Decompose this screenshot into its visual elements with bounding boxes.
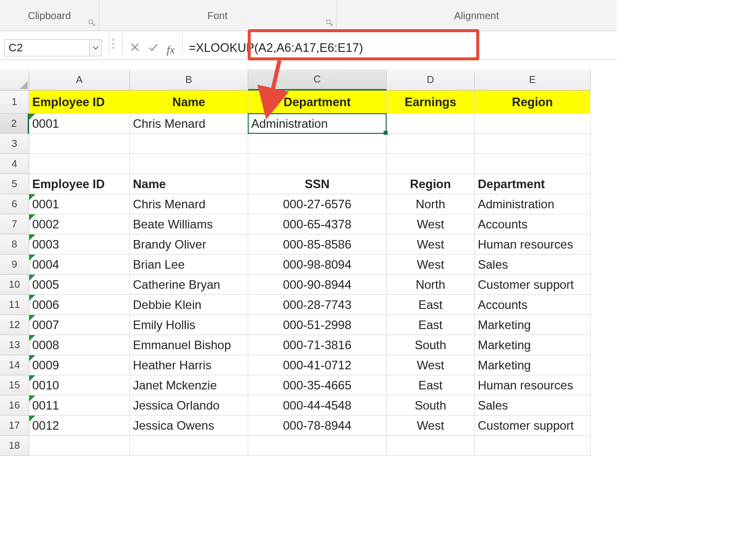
row-header-14[interactable]: 14 [0, 355, 29, 375]
cell-E6[interactable]: Administration [475, 194, 591, 214]
name-box-dropdown[interactable] [90, 39, 102, 56]
row-header-13[interactable]: 13 [0, 335, 29, 355]
cell-D1[interactable]: Earnings [387, 91, 475, 114]
cell-D16[interactable]: South [387, 395, 475, 416]
column-header-D[interactable]: D [387, 69, 475, 91]
cell-B3[interactable] [130, 134, 248, 154]
cell-B5[interactable]: Name [130, 174, 248, 194]
cell-A12[interactable]: 0007 [29, 315, 130, 335]
cell-C17[interactable]: 000-78-8944 [248, 416, 387, 436]
cell-A4[interactable] [29, 154, 130, 174]
cell-C2[interactable]: Administration [248, 114, 387, 134]
cell-D14[interactable]: West [387, 355, 475, 375]
cell-B11[interactable]: Debbie Klein [130, 295, 248, 315]
cell-D18[interactable] [387, 436, 475, 456]
cell-D11[interactable]: East [387, 295, 475, 315]
cell-B15[interactable]: Janet Mckenzie [130, 375, 248, 395]
insert-function-button[interactable]: fx [162, 43, 179, 56]
cell-B9[interactable]: Brian Lee [130, 255, 248, 275]
column-header-A[interactable]: A [29, 69, 130, 91]
cell-E18[interactable] [475, 436, 591, 456]
row-header-7[interactable]: 7 [0, 214, 29, 234]
row-header-12[interactable]: 12 [0, 315, 29, 335]
cell-A14[interactable]: 0009 [29, 355, 130, 375]
cell-E13[interactable]: Marketing [475, 335, 591, 355]
spreadsheet-grid[interactable]: ABCDE 123456789101112131415161718 Employ… [0, 69, 617, 492]
cell-E10[interactable]: Customer support [475, 275, 591, 295]
cell-C5[interactable]: SSN [248, 174, 387, 194]
cancel-formula-button[interactable] [126, 38, 144, 56]
cell-E5[interactable]: Department [475, 174, 591, 194]
cell-C11[interactable]: 000-28-7743 [248, 295, 387, 315]
cell-C7[interactable]: 000-65-4378 [248, 214, 387, 234]
cell-E1[interactable]: Region [475, 91, 591, 114]
cell-D15[interactable]: East [387, 375, 475, 395]
row-header-5[interactable]: 5 [0, 174, 29, 194]
cell-E11[interactable]: Accounts [475, 295, 591, 315]
cell-C6[interactable]: 000-27-6576 [248, 194, 387, 214]
cell-D12[interactable]: East [387, 315, 475, 335]
cell-B2[interactable]: Chris Menard [130, 114, 248, 134]
cell-E8[interactable]: Human resources [475, 234, 591, 255]
row-header-3[interactable]: 3 [0, 134, 29, 154]
cell-E12[interactable]: Marketing [475, 315, 591, 335]
cell-E3[interactable] [475, 134, 591, 154]
enter-formula-button[interactable] [144, 38, 162, 56]
cell-B12[interactable]: Emily Hollis [130, 315, 248, 335]
cell-A8[interactable]: 0003 [29, 234, 130, 255]
cell-A7[interactable]: 0002 [29, 214, 130, 234]
row-header-9[interactable]: 9 [0, 255, 29, 275]
cell-B10[interactable]: Catherine Bryan [130, 275, 248, 295]
cell-E7[interactable]: Accounts [475, 214, 591, 234]
row-header-11[interactable]: 11 [0, 295, 29, 315]
name-box[interactable]: C2 [4, 39, 90, 56]
cell-E17[interactable]: Customer support [475, 416, 591, 436]
cell-C13[interactable]: 000-71-3816 [248, 335, 387, 355]
row-header-17[interactable]: 17 [0, 416, 29, 436]
cell-A13[interactable]: 0008 [29, 335, 130, 355]
cell-D7[interactable]: West [387, 214, 475, 234]
row-header-10[interactable]: 10 [0, 275, 29, 295]
cell-D17[interactable]: West [387, 416, 475, 436]
cell-D5[interactable]: Region [387, 174, 475, 194]
row-header-18[interactable]: 18 [0, 436, 29, 456]
cell-C4[interactable] [248, 154, 387, 174]
cell-A17[interactable]: 0012 [29, 416, 130, 436]
row-header-8[interactable]: 8 [0, 234, 29, 255]
row-header-15[interactable]: 15 [0, 375, 29, 395]
cell-A6[interactable]: 0001 [29, 194, 130, 214]
cell-B7[interactable]: Beate Williams [130, 214, 248, 234]
cell-D6[interactable]: North [387, 194, 475, 214]
cell-C1[interactable]: Department [248, 91, 387, 114]
cell-C16[interactable]: 000-44-4548 [248, 395, 387, 416]
cell-E2[interactable] [475, 114, 591, 134]
cell-A10[interactable]: 0005 [29, 275, 130, 295]
cell-B8[interactable]: Brandy Oliver [130, 234, 248, 255]
cell-D10[interactable]: North [387, 275, 475, 295]
cell-B14[interactable]: Heather Harris [130, 355, 248, 375]
cell-D9[interactable]: West [387, 255, 475, 275]
cell-A16[interactable]: 0011 [29, 395, 130, 416]
row-header-2[interactable]: 2 [0, 114, 29, 134]
cell-B1[interactable]: Name [130, 91, 248, 114]
cell-E15[interactable]: Human resources [475, 375, 591, 395]
cell-E4[interactable] [475, 154, 591, 174]
select-all-corner[interactable] [0, 69, 29, 91]
cell-B16[interactable]: Jessica Orlando [130, 395, 248, 416]
cell-C15[interactable]: 000-35-4665 [248, 375, 387, 395]
row-header-6[interactable]: 6 [0, 194, 29, 214]
cell-C8[interactable]: 000-85-8586 [248, 234, 387, 255]
cell-A11[interactable]: 0006 [29, 295, 130, 315]
cell-B6[interactable]: Chris Menard [130, 194, 248, 214]
cell-A15[interactable]: 0010 [29, 375, 130, 395]
cell-C10[interactable]: 000-90-8944 [248, 275, 387, 295]
cell-D4[interactable] [387, 154, 475, 174]
cell-E14[interactable]: Marketing [475, 355, 591, 375]
dialog-launcher-icon[interactable] [326, 20, 333, 27]
dialog-launcher-icon[interactable] [89, 20, 96, 27]
cell-D2[interactable] [387, 114, 475, 134]
cell-B4[interactable] [130, 154, 248, 174]
cell-B13[interactable]: Emmanuel Bishop [130, 335, 248, 355]
cell-A9[interactable]: 0004 [29, 255, 130, 275]
cell-D3[interactable] [387, 134, 475, 154]
